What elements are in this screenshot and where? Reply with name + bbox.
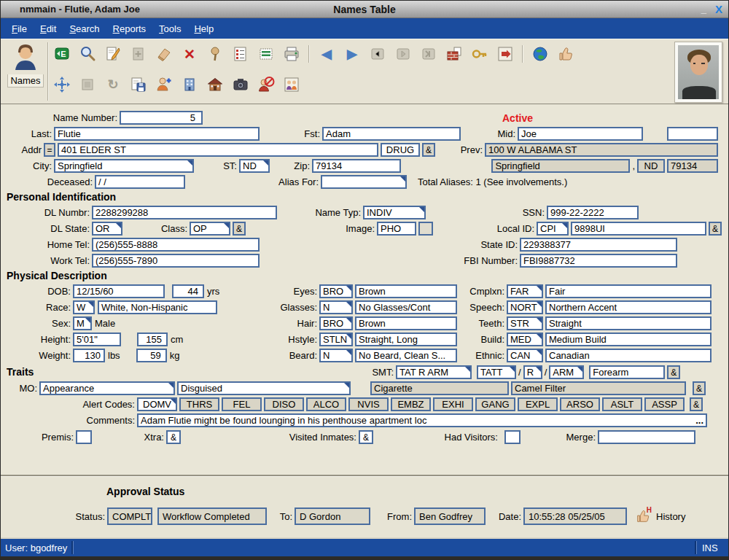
had-visitors-field[interactable] <box>504 430 521 444</box>
local-id-field[interactable]: 9898UI <box>571 222 706 236</box>
image-picker-button[interactable] <box>418 222 433 236</box>
state-field[interactable]: ND <box>239 159 270 173</box>
weight-field[interactable]: 130 <box>73 349 105 362</box>
fbi-number-field[interactable]: FBI9887732 <box>520 254 677 268</box>
building-icon[interactable] <box>181 76 198 93</box>
height-field[interactable]: 5'01" <box>73 332 121 346</box>
alert-codes-more-button[interactable]: & <box>690 397 703 411</box>
nav-forward-icon[interactable]: ▶ <box>343 45 361 63</box>
comments-field[interactable]: Adam Flutie might be found lounging in h… <box>137 413 707 427</box>
work-tel-field[interactable]: (256)555-7890 <box>92 254 260 268</box>
eyes-code-field[interactable]: BRO <box>319 284 353 298</box>
glasses-code-field[interactable]: N <box>319 300 353 314</box>
add-person-icon[interactable] <box>155 76 173 93</box>
exit-record-icon[interactable]: E <box>53 45 71 63</box>
city-field[interactable]: Springfield <box>54 159 194 173</box>
mo-field-4[interactable]: Camel Filter <box>511 381 686 395</box>
dob-field[interactable]: 12/15/60 <box>73 284 165 298</box>
key-icon[interactable] <box>471 45 488 63</box>
alert-code-field[interactable]: EXHI <box>433 397 473 411</box>
person-restriction-icon[interactable] <box>257 76 275 93</box>
name-number-field[interactable]: 5 <box>120 111 203 125</box>
beard-code-field[interactable]: N <box>319 349 353 362</box>
address-type-field[interactable]: DRUG <box>381 143 420 157</box>
ssn-field[interactable]: 999-22-2222 <box>547 206 639 219</box>
move-resize-icon[interactable] <box>53 76 71 93</box>
close-button[interactable]: X <box>715 3 722 15</box>
mo-field-3[interactable]: Cigarette <box>370 381 509 395</box>
alert-code-field[interactable]: EMBZ <box>391 397 431 411</box>
smt-desc-field[interactable]: Forearm <box>589 365 665 379</box>
merge-field[interactable] <box>598 430 695 444</box>
approve-thumbs-up-icon[interactable] <box>557 45 574 63</box>
menu-help[interactable]: Help <box>187 20 220 37</box>
address-field[interactable]: 401 ELDER ST <box>58 143 378 157</box>
mo-more-button[interactable]: & <box>693 381 706 395</box>
smt-more-button[interactable]: & <box>667 365 680 379</box>
checklist-report-icon[interactable] <box>232 45 249 63</box>
alert-code-field[interactable]: ASLT <box>602 397 642 411</box>
alert-code-field[interactable]: ARSO <box>560 397 600 411</box>
dl-state-field[interactable]: OR <box>92 222 122 236</box>
print-icon[interactable] <box>283 45 300 63</box>
comments-expand-button[interactable]: ... <box>695 415 703 426</box>
edit-record-icon[interactable] <box>104 45 122 63</box>
menu-search[interactable]: Search <box>63 20 106 37</box>
alert-code-field[interactable]: ASSP <box>644 397 685 411</box>
camera-icon[interactable] <box>232 76 249 93</box>
smt-field[interactable]: TAT R ARM <box>396 365 472 379</box>
menu-tools[interactable]: Tools <box>152 20 187 37</box>
menu-file[interactable]: File <box>5 20 34 37</box>
home-tel-field[interactable]: (256)555-8888 <box>92 238 260 252</box>
zip-field[interactable]: 79134 <box>312 159 401 173</box>
deceased-field[interactable]: / / <box>95 175 185 189</box>
image-field[interactable]: PHO <box>377 222 416 236</box>
race-code-field[interactable]: W <box>73 300 95 314</box>
mo-field-1[interactable]: Appearance <box>39 381 175 395</box>
name-suffix-field[interactable] <box>667 127 718 141</box>
smt-part-field[interactable]: ARM <box>549 365 584 379</box>
visited-inmates-button[interactable]: & <box>359 430 373 444</box>
firewall-report-icon[interactable] <box>445 45 463 63</box>
smt-type-field[interactable]: TATT <box>477 365 516 379</box>
last-name-field[interactable]: Flutie <box>54 127 260 141</box>
pushpin-icon[interactable] <box>206 45 224 63</box>
minimize-button[interactable]: _ <box>701 4 706 15</box>
hair-code-field[interactable]: BRO <box>319 316 353 330</box>
nav-back-icon[interactable]: ◀ <box>318 45 335 63</box>
alert-code-field[interactable]: EXPL <box>518 397 558 411</box>
local-id-more-button[interactable]: & <box>709 222 722 236</box>
history-link[interactable]: History <box>656 511 685 522</box>
hstyle-code-field[interactable]: STLN <box>319 332 353 346</box>
save-record-icon[interactable] <box>130 76 147 93</box>
xtra-button[interactable]: & <box>166 430 181 444</box>
menu-edit[interactable]: Edit <box>34 20 63 37</box>
detail-list-icon[interactable] <box>257 45 275 63</box>
smt-side-field[interactable]: R <box>523 365 542 379</box>
dl-number-field[interactable]: 2288299288 <box>92 206 277 219</box>
middle-name-field[interactable]: Joe <box>518 127 643 141</box>
dl-class-more-button[interactable]: & <box>233 222 246 236</box>
cmplxn-code-field[interactable]: FAR <box>507 284 543 298</box>
build-code-field[interactable]: MED <box>507 332 543 346</box>
alert-code-field[interactable]: GANG <box>475 397 515 411</box>
lineup-icon[interactable] <box>283 76 300 93</box>
alert-code-field[interactable]: DOMV <box>137 397 177 411</box>
sex-code-field[interactable]: M <box>73 316 92 330</box>
teeth-code-field[interactable]: STR <box>507 316 543 330</box>
state-id-field[interactable]: 229388377 <box>520 238 677 252</box>
exit-application-icon[interactable] <box>496 45 514 63</box>
mo-field-2[interactable]: Disguised <box>177 381 351 395</box>
house-icon[interactable] <box>206 76 224 93</box>
local-id-code-field[interactable]: CPI <box>537 222 569 236</box>
alert-code-field[interactable]: DISO <box>264 397 304 411</box>
history-icon[interactable]: H <box>635 508 651 524</box>
delete-record-icon[interactable]: ✕ <box>181 45 198 63</box>
premis-field[interactable] <box>76 430 92 444</box>
search-icon[interactable] <box>79 45 96 63</box>
speech-code-field[interactable]: NORT <box>507 300 543 314</box>
menu-reports[interactable]: Reports <box>106 20 153 37</box>
eraser-icon[interactable] <box>155 45 173 63</box>
alert-code-field[interactable]: THRS <box>179 397 219 411</box>
name-type-field[interactable]: INDIV <box>363 206 426 219</box>
